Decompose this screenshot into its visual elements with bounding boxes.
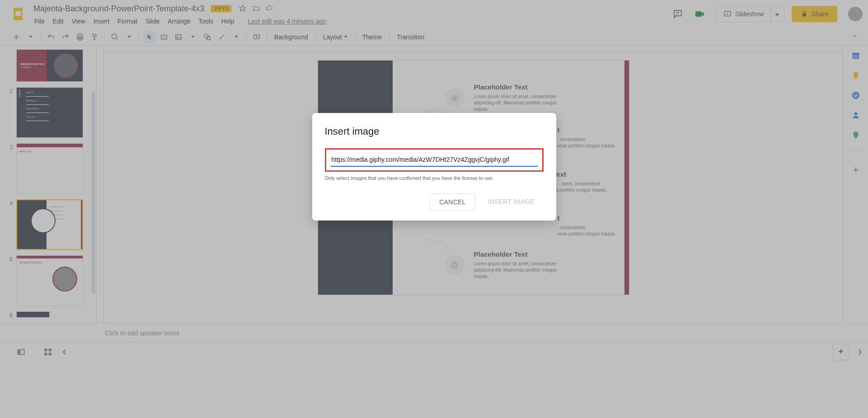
cancel-button[interactable]: CANCEL xyxy=(430,193,475,211)
url-input[interactable] xyxy=(331,153,538,167)
modal-title: Insert image xyxy=(325,126,544,137)
modal-hint: Only select images that you have confirm… xyxy=(325,175,544,181)
insert-image-button[interactable]: INSERT IMAGE xyxy=(479,193,544,211)
url-input-highlight xyxy=(325,148,544,172)
insert-image-modal: Insert image Only select images that you… xyxy=(312,113,556,221)
modal-overlay[interactable]: Insert image Only select images that you… xyxy=(0,0,868,418)
